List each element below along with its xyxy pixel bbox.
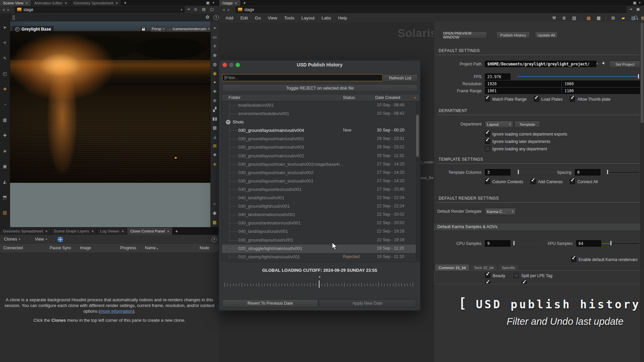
- project-path-field[interactable]: $HOME/Documents/greylight/greylight_proj…: [485, 61, 596, 67]
- network-list-icon[interactable]: ≣: [560, 14, 568, 22]
- tab-tech-32-bit[interactable]: Tech 32_bit: [470, 264, 497, 271]
- panel-icon[interactable]: ▣: [1, 162, 9, 170]
- spacing-slider[interactable]: [607, 170, 639, 174]
- cb-clipped-[interactable]: ✓: [522, 281, 529, 284]
- department-dropdown[interactable]: Layout ⇕: [485, 121, 513, 128]
- history-row[interactable]: 030_ground/layout/test/usd/v00127 Sep - …: [222, 186, 416, 194]
- menu-go[interactable]: Go: [255, 15, 261, 20]
- template-columns-field[interactable]: 3: [485, 169, 510, 175]
- menu-help[interactable]: Help: [338, 15, 347, 20]
- checkbox[interactable]: ✓: [534, 97, 539, 102]
- lock-icon[interactable]: [141, 26, 147, 32]
- cb-load-plates[interactable]: ✓Load Plates: [534, 97, 562, 102]
- cube-icon[interactable]: ▧: [202, 7, 205, 11]
- back-icon[interactable]: ◀: [2, 8, 5, 11]
- checkbox[interactable]: ✓: [485, 281, 490, 284]
- new-tab-button[interactable]: +: [241, 0, 249, 6]
- timeline-slider[interactable]: [225, 280, 415, 289]
- tab-scene-view[interactable]: Scene View×: [0, 0, 31, 6]
- column-node[interactable]: Node: [200, 246, 209, 250]
- view-frame-icon[interactable]: ▭: [211, 33, 218, 41]
- tab-geometry-spreadsheet[interactable]: Geometry Spreadsheet×: [0, 227, 51, 235]
- more-information-link[interactable]: more information: [100, 309, 133, 314]
- history-row[interactable]: boat/lookdev/v00110 Sep - 08:48: [222, 101, 416, 110]
- tools-icon[interactable]: ⚒: [550, 14, 558, 22]
- add-icon[interactable]: ✚: [1, 131, 9, 140]
- checkbox[interactable]: ✓: [570, 97, 575, 102]
- path-caret-icon[interactable]: ▾: [181, 8, 182, 11]
- sort-up-icon[interactable]: ▲: [414, 96, 416, 99]
- tab-close-icon[interactable]: ×: [167, 229, 169, 233]
- new-tab-button[interactable]: +: [121, 0, 129, 6]
- history-row[interactable]: environment/lookdev/v00110 Sep - 08:42: [222, 110, 416, 118]
- checkbox[interactable]: ✓: [522, 281, 527, 284]
- cb-ignore-loading-current-department-exports[interactable]: ✓Ignore loading current department expor…: [485, 132, 567, 137]
- left-path-field[interactable]: stage ▾: [15, 6, 185, 13]
- crosshair-icon[interactable]: ⌖: [211, 24, 218, 32]
- transform-icon[interactable]: ✛: [1, 38, 9, 47]
- grid-icon[interactable]: ▦: [1, 115, 9, 124]
- net-square-icon[interactable]: ▣: [636, 7, 640, 11]
- prism-icon[interactable]: ◭: [1, 177, 9, 186]
- diamond-icon[interactable]: ◈: [211, 160, 218, 167]
- checkbox[interactable]: ✓: [531, 179, 536, 184]
- clones-menu[interactable]: Clones ▾: [4, 237, 20, 242]
- tab-close-icon[interactable]: ×: [116, 1, 118, 5]
- history-row[interactable]: 030_ground/layout/usd/v00122 Sep - 19:16: [222, 236, 416, 245]
- checkbox[interactable]: ✓: [485, 273, 490, 278]
- column-pause-sync[interactable]: Pause Sync: [50, 246, 71, 250]
- clone-layout-icon[interactable]: [58, 237, 63, 242]
- history-row[interactable]: 040_land/layout/usd/v00122 Sep - 19:16: [222, 227, 416, 236]
- material-icon[interactable]: ◈: [1, 146, 9, 155]
- checkbox[interactable]: ✓: [485, 132, 490, 137]
- apply-date-button[interactable]: Apply New Date: [319, 299, 416, 307]
- set-project-button[interactable]: Set Project: [609, 61, 640, 68]
- camera-path-button[interactable]: → /cameras/rendercam ▾: [164, 26, 210, 32]
- net-pin-icon[interactable]: ⇥: [629, 7, 632, 11]
- column-connected[interactable]: Connected: [3, 246, 23, 250]
- update-all-button[interactable]: Update All: [535, 32, 558, 39]
- menu-view[interactable]: View: [268, 15, 277, 20]
- history-row[interactable]: 030_ground/layout/main/usd/v004New30 Sep…: [222, 126, 416, 135]
- history-row[interactable]: 030_ground/light/usd/v00122 Sep - 22:24: [222, 202, 416, 211]
- edit-icon[interactable]: ✎: [1, 54, 9, 62]
- collapse-icon[interactable]: −: [226, 120, 231, 124]
- pause-icon[interactable]: ▮▮: [211, 115, 218, 122]
- spacing-field[interactable]: 0: [575, 169, 600, 175]
- menu-tools[interactable]: Tools: [284, 15, 294, 20]
- select-arrow-icon[interactable]: ➤: [1, 23, 9, 32]
- cb-add-cameras[interactable]: ✓Add Cameras: [531, 179, 562, 184]
- cb-enable-default-karma-rendervars[interactable]: ✓Enable default Karma rendervars: [571, 257, 638, 262]
- column-folder[interactable]: Folder: [229, 95, 240, 100]
- column-date-created[interactable]: Date Created: [375, 95, 400, 100]
- history-row[interactable]: 040_land/animation/usd/v00122 Sep - 20:0…: [222, 211, 416, 219]
- tab-close-icon[interactable]: ×: [45, 229, 47, 233]
- dome-light-icon[interactable]: ◉: [211, 69, 218, 77]
- timer-icon[interactable]: ◔: [1, 100, 9, 109]
- open-preview-window-button[interactable]: OPEN PREVIEW WINDOW: [443, 32, 487, 39]
- history-row[interactable]: 040_land/light/usd/v00122 Sep - 22:24: [222, 194, 416, 202]
- range-start-field[interactable]: 1001: [485, 88, 561, 94]
- checkbox[interactable]: [514, 273, 519, 278]
- checkbox[interactable]: ✓: [570, 179, 575, 184]
- tab-close-icon[interactable]: ×: [65, 1, 67, 5]
- shade-icon[interactable]: ⬒: [1, 193, 9, 201]
- network-path-field[interactable]: stage: [236, 6, 626, 13]
- checkbox[interactable]: ✓: [485, 139, 490, 144]
- half-globe-icon[interactable]: ◑: [640, 15, 643, 20]
- column-progress[interactable]: Progress: [120, 246, 136, 250]
- cb-split-per-lpe-tag[interactable]: Split per LPE Tag: [514, 273, 552, 278]
- assets-icon[interactable]: ❖: [1, 85, 9, 93]
- cb-connect-all[interactable]: ✓Connect All: [570, 179, 598, 184]
- pane-menu-caret-icon[interactable]: ▾: [213, 1, 214, 4]
- fps-slider[interactable]: [517, 74, 639, 79]
- history-row[interactable]: 030_ground/layout/main_test/usd/v002/sta…: [222, 160, 416, 169]
- window-panes-icon[interactable]: ⊞: [609, 14, 617, 22]
- resolution-y-field[interactable]: 1080: [562, 81, 640, 87]
- tab-geometry-spreadsheet[interactable]: Geometry Spreadsheet×: [70, 0, 121, 6]
- revert-date-button[interactable]: Revert To Previous Date: [222, 299, 318, 307]
- column-status[interactable]: Status: [343, 95, 355, 100]
- drag-handle-icon[interactable]: ⣿: [12, 15, 15, 20]
- tab-animation-editor[interactable]: Animation Editor×: [31, 0, 70, 6]
- checkbox[interactable]: ✓: [571, 257, 576, 262]
